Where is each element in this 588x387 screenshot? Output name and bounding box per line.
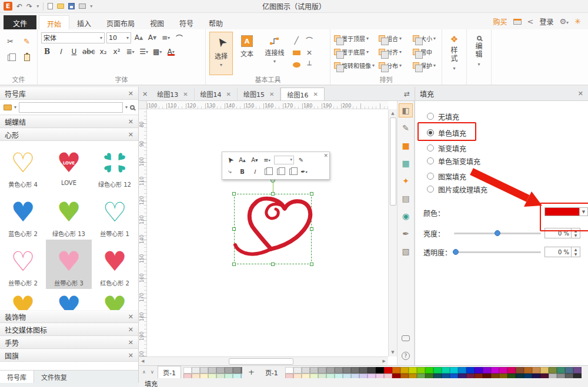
share-icon[interactable]: < <box>527 17 534 26</box>
radio-icon[interactable] <box>427 186 434 193</box>
brightness-value[interactable]: 0 % <box>544 228 572 238</box>
palette-color[interactable] <box>233 367 241 373</box>
hyperlink-tool-icon[interactable]: ◉ <box>399 209 413 223</box>
font-family-select[interactable]: 宋体▾ <box>41 32 105 43</box>
symbol-item[interactable]: ♥ <box>0 289 46 310</box>
palette-color[interactable] <box>285 367 293 373</box>
tab-view[interactable]: 视图 <box>142 15 172 29</box>
close-section-icon[interactable]: ✕ <box>128 339 133 346</box>
strikethrough-button[interactable]: abc <box>82 46 96 58</box>
vertical-scroll-thumb[interactable] <box>390 117 396 206</box>
style-button[interactable]: ❖ 样式 ▾ <box>442 29 467 85</box>
section-hearts[interactable]: 心形 ✕ <box>0 128 138 141</box>
fill-color-swatch[interactable] <box>544 207 580 216</box>
palette-color[interactable] <box>183 367 192 373</box>
line-style-icon[interactable]: ✎ <box>399 121 413 135</box>
option-gradient-fill[interactable]: 渐变填充 <box>427 142 466 154</box>
color-dropdown-icon[interactable]: ▼ <box>580 207 588 216</box>
palette-color[interactable] <box>335 367 343 373</box>
connector-tool-button[interactable]: 连接线▾ <box>261 32 288 75</box>
bold-icon[interactable]: B <box>237 167 248 177</box>
brightness-slider[interactable] <box>454 233 541 234</box>
line-tool-icon[interactable]: ╱ <box>290 35 302 46</box>
palette-color[interactable] <box>433 367 442 373</box>
palette-color[interactable] <box>507 367 516 373</box>
search-icon[interactable] <box>130 105 135 110</box>
palette-color[interactable] <box>409 367 417 373</box>
doc-tab-1[interactable]: 绘图13✕ <box>151 88 194 100</box>
tab-help[interactable]: 帮助 <box>201 15 230 29</box>
protect-button[interactable]: 保护▾ <box>413 61 443 70</box>
palette-color[interactable] <box>302 367 310 373</box>
palette-color[interactable] <box>458 367 466 373</box>
print-icon[interactable] <box>79 4 86 9</box>
library-folder-icon[interactable] <box>4 105 12 110</box>
palette-color[interactable] <box>549 367 557 373</box>
palette-color[interactable] <box>557 367 565 373</box>
radio-icon[interactable] <box>427 173 434 180</box>
palette-color[interactable] <box>532 367 540 373</box>
opacity-spinner[interactable]: ▲▼ <box>572 247 580 257</box>
redo-icon[interactable]: ↷ <box>26 2 32 11</box>
page-prev-icon[interactable]: ∧ <box>141 369 147 375</box>
pen-tool-icon[interactable]: ✒ <box>399 227 413 241</box>
layer-back-icon[interactable] <box>274 167 285 177</box>
edit-button[interactable]: 编辑 ▾ <box>467 29 492 85</box>
italic-button[interactable]: I <box>55 46 66 58</box>
close-toolbar-icon[interactable]: ✕ <box>323 153 328 159</box>
style-brush-icon[interactable] <box>286 167 297 177</box>
doc-tab-2[interactable]: 绘图14✕ <box>195 88 238 100</box>
tab-home[interactable]: 开始 <box>39 15 69 29</box>
palette-color[interactable] <box>216 367 225 373</box>
symbol-red-heart-2[interactable]: ♥ 红色心形 2 <box>92 240 138 289</box>
export-icon[interactable] <box>513 19 522 25</box>
line-spacing-icon[interactable]: ≣▾ <box>125 46 136 58</box>
paste-icon[interactable] <box>20 51 34 65</box>
palette-color[interactable] <box>573 367 582 373</box>
decrease-font-icon[interactable]: A▼ <box>249 155 260 165</box>
symbol-blue-heart-2[interactable]: ♥ 蓝色心形 2 <box>0 190 46 240</box>
brightness-slider-thumb[interactable] <box>495 230 500 236</box>
opacity-value[interactable]: 0 % <box>544 247 572 257</box>
close-section-icon[interactable]: ✕ <box>128 118 133 126</box>
settings-gear-icon[interactable]: ⚙▾ <box>559 17 569 26</box>
palette-color[interactable] <box>516 367 524 373</box>
palette-color[interactable] <box>343 367 351 373</box>
close-panel-icon[interactable]: ✕ <box>128 90 133 97</box>
radio-icon[interactable] <box>427 157 434 164</box>
anchor-tool-icon[interactable]: ┴ <box>303 59 315 70</box>
doc-tab-4-active[interactable]: 绘图16✕ <box>280 88 324 100</box>
send-to-back-button[interactable]: 置于底层▾ <box>334 48 379 56</box>
brush-icon[interactable]: ✎ <box>296 155 306 165</box>
close-tab-icon[interactable]: ✕ <box>226 91 231 97</box>
decrease-font-icon[interactable]: A▼ <box>146 32 158 43</box>
tab-symbols[interactable]: 符号 <box>172 15 201 29</box>
distribute-button[interactable]: 分布▾ <box>379 61 413 70</box>
option-picture-texture-fill[interactable]: 图片或纹理填充 <box>427 183 487 195</box>
palette-color[interactable] <box>499 367 507 373</box>
palette-color[interactable] <box>368 367 376 373</box>
close-tab-icon[interactable]: ✕ <box>183 91 188 97</box>
save-icon[interactable] <box>68 3 75 9</box>
close-section-icon[interactable]: ✕ <box>128 326 133 334</box>
note-tool-icon[interactable]: ▧ <box>399 244 413 258</box>
section-bowknot[interactable]: 蝴蝶结 ✕ <box>0 115 138 128</box>
close-panel-icon[interactable]: ✕ <box>578 90 583 97</box>
heart-shape[interactable] <box>229 192 317 265</box>
align-icon[interactable]: ≡▾ <box>262 155 272 165</box>
cut-icon[interactable]: ✂ <box>4 34 18 48</box>
select-icon[interactable]: ➤ <box>225 155 235 165</box>
opacity-slider-thumb[interactable] <box>453 249 459 255</box>
palette-color[interactable] <box>225 367 233 373</box>
palette-color[interactable] <box>475 367 483 373</box>
symbol-ribbon-heart-2[interactable]: ♡ 丝带心形 2 <box>0 240 46 289</box>
close-section-icon[interactable]: ✕ <box>128 352 133 359</box>
file-menu-button[interactable]: 文件 <box>4 15 36 29</box>
palette-color[interactable] <box>524 367 532 373</box>
clipart-tool-icon[interactable]: ✦ <box>399 174 413 188</box>
align-dropdown-icon[interactable]: ≡▾ <box>160 32 172 43</box>
help-icon[interactable]: ? <box>399 349 413 363</box>
delete-tool-icon[interactable]: ✕ <box>303 47 315 58</box>
fill-tool-icon[interactable]: ◧ <box>399 103 413 117</box>
horizontal-scrollbar[interactable]: ◀ ▶ <box>139 356 388 365</box>
